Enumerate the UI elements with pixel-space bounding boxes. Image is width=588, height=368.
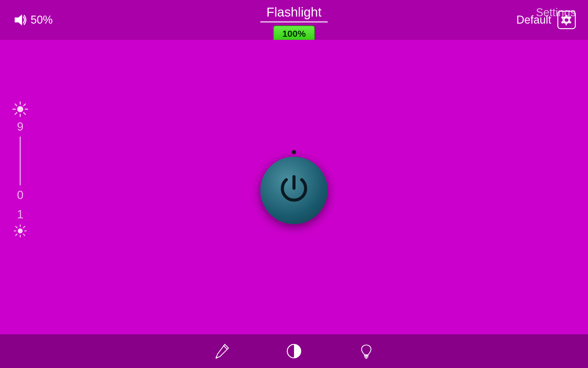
brightness-slider[interactable]: [20, 136, 21, 186]
power-indicator-dot: [292, 150, 296, 154]
volume-icon: [12, 13, 27, 27]
svg-point-12: [18, 228, 23, 233]
power-button-area: [260, 150, 328, 224]
bulb-nav-button[interactable]: [355, 339, 378, 363]
eyedropper-icon: [213, 343, 230, 360]
svg-line-17: [16, 226, 17, 228]
bottom-navigation: [0, 334, 588, 368]
brightness-controls: 9 0 1: [12, 101, 28, 238]
contrast-icon: [285, 343, 303, 360]
svg-marker-0: [15, 14, 22, 25]
svg-point-23: [216, 357, 217, 358]
svg-point-3: [17, 106, 23, 112]
power-toggle-button[interactable]: [260, 157, 328, 224]
app-title: Flashlight: [260, 0, 328, 22]
svg-line-19: [23, 226, 25, 228]
brightness-low-icon: [13, 224, 27, 238]
contrast-nav-button[interactable]: [282, 339, 306, 363]
svg-line-18: [23, 234, 25, 236]
svg-line-10: [24, 104, 25, 106]
svg-line-20: [16, 234, 17, 236]
header-right: Default Settings: [516, 11, 576, 29]
bulb-icon: [358, 343, 375, 360]
header-center: Flashlight 100%: [260, 0, 328, 42]
header-bar: 50% Flashlight 100% Default Settings: [0, 0, 588, 40]
brightness-min-label: 1: [17, 208, 23, 221]
volume-control[interactable]: 50%: [12, 13, 53, 27]
battery-badge: 100%: [273, 25, 315, 42]
svg-line-11: [15, 113, 17, 114]
brightness-max-label: 9: [17, 120, 23, 133]
power-icon: [277, 174, 311, 207]
svg-line-8: [15, 104, 17, 106]
svg-line-9: [24, 113, 25, 114]
volume-label: 50%: [31, 13, 53, 26]
settings-link[interactable]: Settings: [536, 6, 576, 19]
header-left: 50%: [12, 13, 53, 27]
brightness-high-icon: [12, 101, 28, 117]
eyedropper-nav-button[interactable]: [210, 339, 233, 363]
main-content: 9 0 1: [0, 40, 588, 334]
brightness-current-label: 0: [17, 189, 23, 202]
